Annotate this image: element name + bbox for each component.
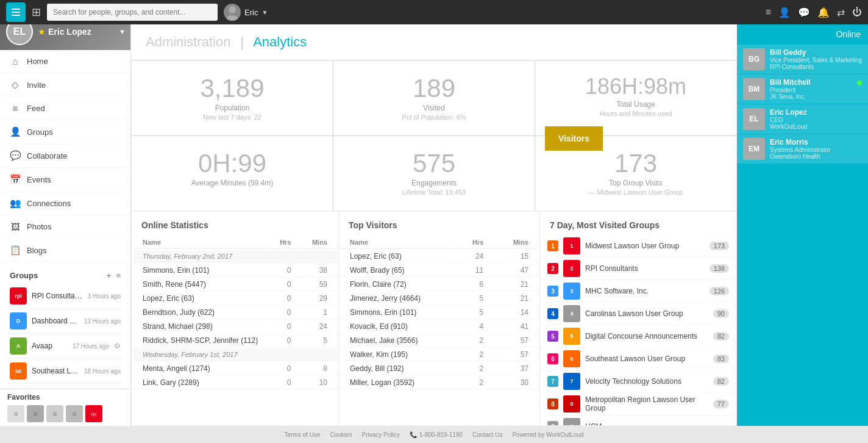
table-row[interactable]: Riddick, SHRM-SCP, Jennifer (112)05 <box>133 334 337 347</box>
table-row[interactable]: Berndtson, Judy (622)01 <box>133 306 337 319</box>
footer-privacy[interactable]: Privacy Policy <box>362 431 400 438</box>
list-item[interactable]: 9 9 HCM <box>540 416 736 425</box>
table-row[interactable]: Geddy, Bill (192)237 <box>340 362 538 375</box>
avatar: EM <box>743 138 765 160</box>
table-row[interactable]: Kovacik, Ed (910)441 <box>340 320 538 333</box>
sidebar-item-connections[interactable]: 👥 Connections <box>0 192 130 215</box>
group-item-rpi[interactable]: rpi RPI Consultants 3 Hours ago <box>7 284 123 309</box>
add-group-icon[interactable]: + <box>107 271 112 280</box>
list-item[interactable]: 5 5 Digital Concourse Announcements 82 <box>540 325 736 348</box>
table-row[interactable]: Wolff, Brady (65)1147 <box>340 264 538 277</box>
table-row[interactable]: Jimenez, Jerry (4664)521 <box>340 292 538 305</box>
groups-section-header: Groups + ≡ <box>7 267 123 284</box>
table-row[interactable]: Smith, Rene (5447)059 <box>133 278 337 291</box>
group-settings-icon[interactable]: ⚙ <box>114 342 121 350</box>
app-logo[interactable] <box>6 2 26 22</box>
bottom-section: Online Statistics Name Hrs Mins Thursday… <box>132 212 736 425</box>
online-user-name: Bill Mitchell <box>770 78 852 87</box>
group-visit-logo: 3 <box>563 283 580 300</box>
sidebar-item-home[interactable]: ⌂ Home <box>0 50 130 73</box>
search-input[interactable] <box>47 4 218 21</box>
group-visit-name: Southeast Lawson User Group <box>585 355 708 363</box>
power-icon[interactable]: ⏻ <box>852 7 862 18</box>
footer-cookies[interactable]: Cookies <box>330 431 352 438</box>
user-dropdown-icon[interactable]: ▼ <box>261 9 268 16</box>
list-item[interactable]: 3 3 MHC Software, Inc. 126 <box>540 280 736 303</box>
sidebar-profile: ▼ EL ★ Eric Lopez <box>0 24 130 50</box>
list-item[interactable]: 6 6 Southeast Lawson User Group 83 <box>540 348 736 370</box>
date-row: Wednesday, February 1st, 2017 <box>133 348 337 361</box>
table-row[interactable]: Simmons, Erin (101)514 <box>340 306 538 319</box>
table-row[interactable]: Florin, Claire (72)621 <box>340 278 538 291</box>
stat-engagements: 575 Engagements Lifetime Total: 19,453 <box>333 136 535 211</box>
table-row[interactable]: Lopez, Eric (63)029 <box>133 292 337 305</box>
list-item[interactable]: 7 7 Velocity Technology Solutions 82 <box>540 370 736 393</box>
profile-dropdown-icon[interactable]: ▼ <box>119 28 126 35</box>
user-menu[interactable]: Eric ▼ <box>224 4 268 21</box>
bell-icon[interactable]: 🔔 <box>817 7 830 18</box>
sidebar-label-invite: Invite <box>27 81 46 90</box>
stat-total-usage: 186H:98m Total Usage Hours and Minutes u… <box>535 61 736 135</box>
people-icon[interactable]: 👤 <box>778 7 791 18</box>
grid-icon[interactable]: ⊞ <box>32 5 41 19</box>
visitors-button[interactable]: Visitors <box>545 126 603 151</box>
stat-number-visited: 189 <box>346 76 522 101</box>
online-stats-panel: Online Statistics Name Hrs Mins Thursday… <box>132 212 339 425</box>
sidebar-item-collaborate[interactable]: 💬 Collaborate <box>0 144 130 168</box>
sidebar-item-groups[interactable]: 👤 Groups <box>0 120 130 144</box>
online-user-title: CEO <box>770 117 862 123</box>
footer-contact[interactable]: Contact Us <box>472 431 502 438</box>
online-user[interactable]: EL Eric Lopez CEO WorkOutLoud <box>737 104 868 134</box>
group-visit-logo: 6 <box>563 350 580 367</box>
stat-label-engagements: Engagements <box>346 179 522 187</box>
table-row[interactable]: Menta, Angeli (1274)08 <box>133 362 337 375</box>
rank-badge: 2 <box>547 263 558 274</box>
fav-icon-2[interactable]: G <box>27 405 44 422</box>
online-user[interactable]: BG Bill Geddy Vice President, Sales & Ma… <box>737 45 868 74</box>
list-item[interactable]: 4 4 Carolinas Lawson User Group 90 <box>540 303 736 325</box>
table-row[interactable]: Walker, Kim (195)257 <box>340 348 538 361</box>
stat-sub-visited: Pct of Population: 6% <box>346 113 522 121</box>
group-item-southeast[interactable]: SE Southeast Lawson User Group 18 Hours … <box>7 359 123 384</box>
fav-icon-4[interactable]: G <box>66 405 83 422</box>
list-item[interactable]: 8 8 Metropolitan Region Lawson User Grou… <box>540 393 736 416</box>
menu-icon[interactable]: ≡ <box>766 7 771 18</box>
sidebar-item-invite[interactable]: ◇ Invite <box>0 73 130 97</box>
stat-label-visited: Visited <box>346 104 522 112</box>
group-logo-southeast: SE <box>10 362 27 380</box>
table-row[interactable]: Link, Gary (2289)010 <box>133 376 337 389</box>
sidebar-item-feed[interactable]: ≡ Feed <box>0 97 130 120</box>
fav-icon-1[interactable]: G <box>7 405 24 422</box>
sidebar-item-events[interactable]: 📅 Events <box>0 168 130 192</box>
group-info-southeast: Southeast Lawson User Group <box>32 367 79 375</box>
arrows-icon[interactable]: ⇄ <box>837 7 845 18</box>
page-section[interactable]: Administration <box>146 34 230 49</box>
favorites-header: Favorites <box>7 393 123 402</box>
rank-badge: 1 <box>547 240 558 251</box>
online-user[interactable]: EM Eric Morris Systems Administrator Owe… <box>737 134 868 164</box>
sidebar-item-photos[interactable]: 🖼 Photos <box>0 215 130 239</box>
stat-sub-groups: — Midwest Lawson User Group <box>547 189 724 196</box>
table-row[interactable]: Lopez, Eric (63)2415 <box>340 250 538 263</box>
table-row[interactable]: Simmons, Erin (101)038 <box>133 264 337 277</box>
group-visit-name: RPI Consultants <box>585 264 705 273</box>
groups-icon: 👤 <box>10 126 21 137</box>
sidebar-item-blogs[interactable]: 📋 Blogs <box>0 239 130 262</box>
groups-section: Groups + ≡ rpi RPI Consultants 3 Hours a… <box>0 262 130 389</box>
fav-icon-5[interactable]: rpi <box>85 405 102 422</box>
footer-terms[interactable]: Terms of Use <box>284 431 320 438</box>
table-row[interactable]: Michael, Jake (3566)257 <box>340 334 538 347</box>
online-user[interactable]: BM Bill Mitchell President JK Seva, Inc. <box>737 74 868 104</box>
table-row[interactable]: Strand, Michael (298)024 <box>133 320 337 333</box>
stat-sub-engagements: Lifetime Total: 19,453 <box>346 189 522 196</box>
visit-count: 90 <box>713 309 729 318</box>
list-group-icon[interactable]: ≡ <box>116 271 121 280</box>
group-item-dashboard[interactable]: D Dashboard Gear 13 Hours ago <box>7 309 123 334</box>
chat-icon[interactable]: 💬 <box>798 7 810 18</box>
list-item[interactable]: 2 2 RPI Consultants 138 <box>540 258 736 280</box>
group-item-avaap[interactable]: A Avaap 17 Hours ago ⚙ <box>7 334 123 359</box>
table-row[interactable]: Miller, Logan (3592)230 <box>340 376 538 389</box>
fav-icon-3[interactable]: G <box>46 405 63 422</box>
visit-count: 126 <box>710 287 729 295</box>
list-item[interactable]: 1 1 Midwest Lawson User Group 173 <box>540 235 736 258</box>
